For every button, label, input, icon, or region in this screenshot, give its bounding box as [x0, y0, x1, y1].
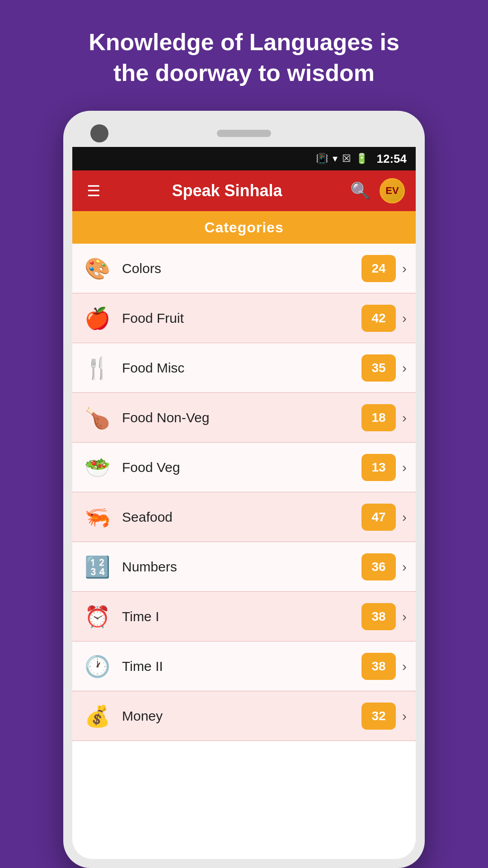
category-icon: 🎨: [81, 253, 113, 284]
category-count: 18: [361, 404, 396, 431]
category-label: Food Fruit: [122, 311, 361, 326]
category-icon: 🥗: [81, 452, 113, 483]
list-container: 🎨 Colors 24 › 🍎 Food Fruit 42 › 🍴 Food M…: [72, 244, 416, 859]
status-bar: 📳 ▾ ☒ 🔋 12:54: [72, 147, 416, 170]
category-count: 47: [361, 504, 396, 531]
arrow-icon: ›: [402, 360, 407, 376]
category-count: 42: [361, 305, 396, 332]
list-item[interactable]: 🥗 Food Veg 13 ›: [72, 443, 416, 492]
category-icon: 💰: [81, 700, 113, 732]
category-label: Seafood: [122, 509, 361, 525]
phone-camera: [90, 124, 108, 142]
phone-wrapper: 📳 ▾ ☒ 🔋 12:54 ☰ Speak Sinhala 🔍 EV Categ…: [63, 111, 425, 868]
categories-label: Categories: [204, 219, 283, 236]
list-item[interactable]: 🕐 Time II 38 ›: [72, 642, 416, 691]
category-icon: 🍗: [81, 402, 113, 434]
status-time: 12:54: [377, 152, 407, 166]
category-label: Food Veg: [122, 460, 361, 475]
phone-speaker: [217, 130, 271, 137]
arrow-icon: ›: [402, 311, 407, 326]
app-title: Speak Sinhala: [113, 181, 341, 200]
category-count: 35: [361, 354, 396, 382]
category-icon: 🕐: [81, 651, 113, 682]
list-item[interactable]: 🔢 Numbers 36 ›: [72, 542, 416, 592]
category-count: 24: [361, 255, 396, 282]
arrow-icon: ›: [402, 460, 407, 475]
arrow-icon: ›: [402, 609, 407, 624]
list-item[interactable]: ⏰ Time I 38 ›: [72, 592, 416, 642]
category-label: Colors: [122, 261, 361, 276]
header-quote: Knowledge of Languages is the doorway to…: [52, 0, 436, 111]
category-icon: 🍎: [81, 302, 113, 334]
category-label: Time I: [122, 609, 361, 624]
phone-top-bar: [72, 120, 416, 147]
battery-icon: 🔋: [356, 153, 368, 165]
category-label: Time II: [122, 659, 361, 674]
list-item[interactable]: 🍴 Food Misc 35 ›: [72, 343, 416, 393]
vibrate-icon: 📳: [316, 153, 328, 165]
list-item[interactable]: 🍗 Food Non-Veg 18 ›: [72, 393, 416, 443]
category-count: 38: [361, 603, 396, 630]
menu-button[interactable]: ☰: [83, 179, 104, 202]
arrow-icon: ›: [402, 559, 407, 575]
arrow-icon: ›: [402, 659, 407, 674]
arrow-icon: ›: [402, 708, 407, 724]
category-label: Food Non-Veg: [122, 410, 361, 425]
category-count: 13: [361, 454, 396, 481]
category-label: Money: [122, 708, 361, 724]
list-item[interactable]: 🦐 Seafood 47 ›: [72, 492, 416, 542]
arrow-icon: ›: [402, 509, 407, 525]
list-item[interactable]: 🍎 Food Fruit 42 ›: [72, 293, 416, 343]
categories-bar: Categories: [72, 211, 416, 244]
category-icon: 🦐: [81, 501, 113, 533]
search-button[interactable]: 🔍: [350, 181, 371, 200]
category-count: 32: [361, 703, 396, 730]
logo-button[interactable]: EV: [380, 178, 405, 203]
category-icon: 🔢: [81, 551, 113, 583]
category-icon: 🍴: [81, 352, 113, 384]
signal-icon: ☒: [342, 153, 351, 165]
list-item[interactable]: 🎨 Colors 24 ›: [72, 244, 416, 293]
category-label: Numbers: [122, 559, 361, 575]
category-count: 38: [361, 653, 396, 680]
category-label: Food Misc: [122, 360, 361, 376]
category-count: 36: [361, 553, 396, 580]
arrow-icon: ›: [402, 410, 407, 425]
quote-text: Knowledge of Languages is the doorway to…: [89, 29, 399, 86]
wifi-icon: ▾: [333, 153, 338, 165]
app-toolbar: ☰ Speak Sinhala 🔍 EV: [72, 170, 416, 211]
list-item[interactable]: 💰 Money 32 ›: [72, 691, 416, 741]
category-icon: ⏰: [81, 601, 113, 632]
arrow-icon: ›: [402, 261, 407, 276]
